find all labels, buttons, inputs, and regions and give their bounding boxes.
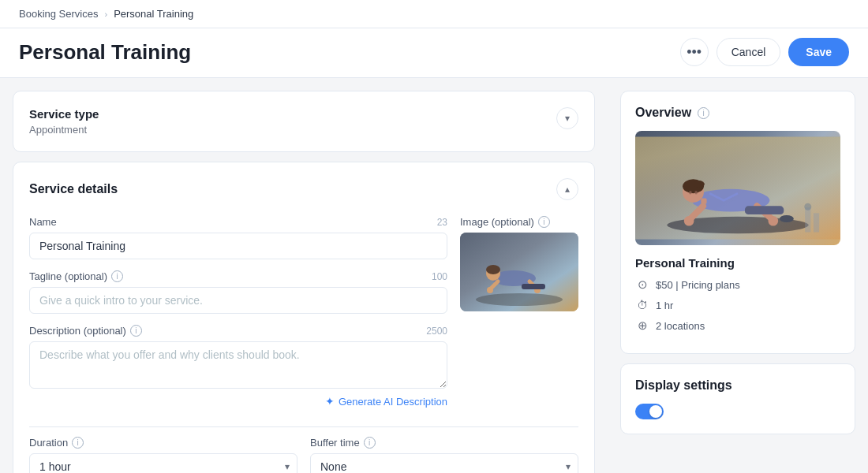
buffer-group: Buffer time i None 5 minutes 10 minutes … (310, 437, 578, 473)
save-button[interactable]: Save (788, 38, 849, 66)
sparkle-icon: ✦ (325, 395, 335, 408)
breadcrumb-parent[interactable]: Booking Services (19, 8, 98, 20)
svg-rect-26 (805, 207, 810, 232)
image-label: Image (optional) (460, 216, 534, 228)
right-column: Overview i (608, 78, 868, 473)
service-type-value: Appointment (29, 124, 99, 136)
overview-title: Overview (635, 106, 691, 120)
page-header: Personal Training ••• Cancel Save (0, 28, 868, 78)
name-input[interactable] (29, 233, 447, 259)
toggle-thumb (649, 405, 662, 418)
display-settings-title: Display settings (635, 378, 840, 393)
chevron-up-icon: ▴ (565, 184, 570, 195)
svg-point-28 (804, 203, 811, 210)
description-info-icon[interactable]: i (130, 325, 142, 337)
breadcrumb: Booking Services › Personal Training (19, 8, 193, 20)
header-actions: ••• Cancel Save (680, 38, 849, 66)
service-details-card: Service details ▴ Name 23 (13, 162, 595, 473)
page-title: Personal Training (19, 40, 191, 65)
image-info-icon[interactable]: i (538, 216, 550, 228)
cancel-button[interactable]: Cancel (716, 38, 781, 66)
overview-hero-image (635, 131, 840, 245)
divider (29, 426, 578, 427)
overview-service-name: Personal Training (635, 256, 840, 270)
overview-locations-row: ⊕ 2 locations (635, 318, 840, 333)
name-label: Name (29, 216, 57, 228)
overview-duration: 1 hr (656, 300, 673, 311)
duration-info-icon[interactable]: i (72, 437, 84, 449)
toggle-row (635, 404, 840, 419)
svg-point-16 (694, 181, 705, 188)
display-settings-card: Display settings (620, 363, 855, 434)
svg-point-22 (684, 216, 694, 226)
svg-rect-27 (814, 213, 819, 232)
duration-select-wrapper: 1 hour 30 minutes 45 minutes 1.5 hours 2… (29, 453, 297, 473)
name-image-row: Name 23 Tagline (optional) i 100 (29, 216, 578, 414)
image-label-row: Image (optional) i (460, 216, 578, 228)
service-details-header: Service details ▴ (29, 178, 578, 200)
service-type-info: Service type Appointment (29, 107, 99, 136)
description-label: Description (optional) (29, 325, 126, 337)
svg-point-23 (769, 216, 779, 226)
svg-rect-24 (745, 206, 784, 214)
svg-point-7 (487, 287, 493, 293)
service-details-title: Service details (29, 182, 118, 196)
overview-info-icon[interactable]: i (698, 107, 709, 119)
duration-label-row: Duration i (29, 437, 297, 449)
tagline-label-row: Tagline (optional) i 100 (29, 270, 447, 282)
image-section: Image (optional) i (460, 216, 578, 414)
left-column: Service type Appointment ▾ Service detai… (0, 78, 608, 473)
description-counter: 2500 (426, 326, 447, 337)
more-button[interactable]: ••• (680, 38, 709, 66)
clock-icon: ⏱ (635, 298, 649, 312)
buffer-label: Buffer time (310, 437, 360, 449)
duration-buffer-row: Duration i 1 hour 30 minutes 45 minutes … (29, 437, 578, 473)
tagline-label: Tagline (optional) (29, 270, 107, 282)
duration-select[interactable]: 1 hour 30 minutes 45 minutes 1.5 hours 2… (29, 453, 297, 473)
tagline-counter: 100 (432, 271, 447, 282)
svg-point-17 (689, 191, 692, 194)
buffer-info-icon[interactable]: i (364, 437, 376, 449)
service-image-thumbnail[interactable] (460, 233, 578, 311)
name-counter: 23 (437, 217, 447, 228)
name-group: Name 23 Tagline (optional) i 100 (29, 216, 447, 414)
main-layout: Service type Appointment ▾ Service detai… (0, 78, 868, 473)
duration-label: Duration (29, 437, 68, 449)
service-type-card: Service type Appointment ▾ (13, 91, 595, 152)
location-icon: ⊕ (635, 318, 649, 333)
tagline-info-icon[interactable]: i (111, 270, 123, 282)
chevron-down-icon: ▾ (565, 113, 570, 124)
svg-rect-9 (522, 284, 545, 289)
overview-price-row: ⊙ $50 | Pricing plans (635, 277, 840, 292)
dollar-icon: ⊙ (635, 277, 649, 292)
overview-price: $50 | Pricing plans (656, 279, 740, 291)
buffer-label-row: Buffer time i (310, 437, 578, 449)
overview-duration-row: ⏱ 1 hr (635, 298, 840, 312)
buffer-select[interactable]: None 5 minutes 10 minutes 15 minutes 30 … (310, 453, 578, 473)
description-textarea[interactable] (29, 341, 447, 389)
generate-ai-row: ✦ Generate AI Description (29, 395, 447, 408)
tagline-input[interactable] (29, 287, 447, 314)
overview-header: Overview i (635, 106, 840, 120)
duration-group: Duration i 1 hour 30 minutes 45 minutes … (29, 437, 297, 473)
svg-point-25 (780, 215, 794, 222)
generate-ai-button[interactable]: ✦ Generate AI Description (325, 395, 447, 408)
service-type-title: Service type (29, 107, 99, 121)
breadcrumb-separator: › (104, 9, 107, 19)
svg-point-4 (486, 265, 500, 274)
breadcrumb-current: Personal Training (114, 8, 193, 20)
display-toggle[interactable] (635, 404, 664, 419)
overview-locations: 2 locations (656, 320, 705, 332)
service-type-collapse-button[interactable]: ▾ (556, 107, 578, 129)
service-details-collapse-button[interactable]: ▴ (556, 178, 578, 200)
overview-card: Overview i (620, 91, 855, 354)
description-label-row: Description (optional) i 2500 (29, 325, 447, 337)
name-label-row: Name 23 (29, 216, 447, 228)
buffer-select-wrapper: None 5 minutes 10 minutes 15 minutes 30 … (310, 453, 578, 473)
svg-point-18 (694, 191, 698, 194)
topbar: Booking Services › Personal Training (0, 0, 868, 28)
svg-point-1 (476, 293, 563, 306)
